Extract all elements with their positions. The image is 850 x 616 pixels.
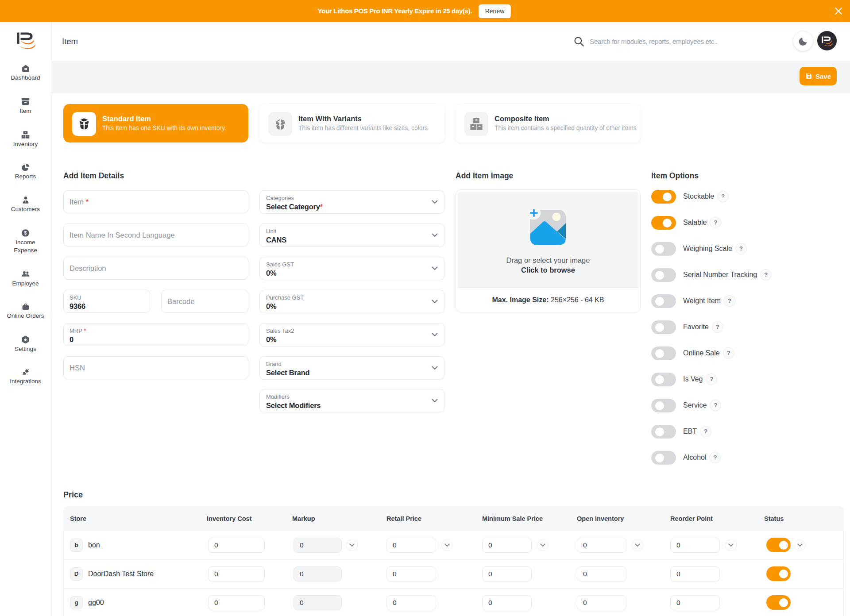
svg-text:$: $ [24, 230, 27, 235]
